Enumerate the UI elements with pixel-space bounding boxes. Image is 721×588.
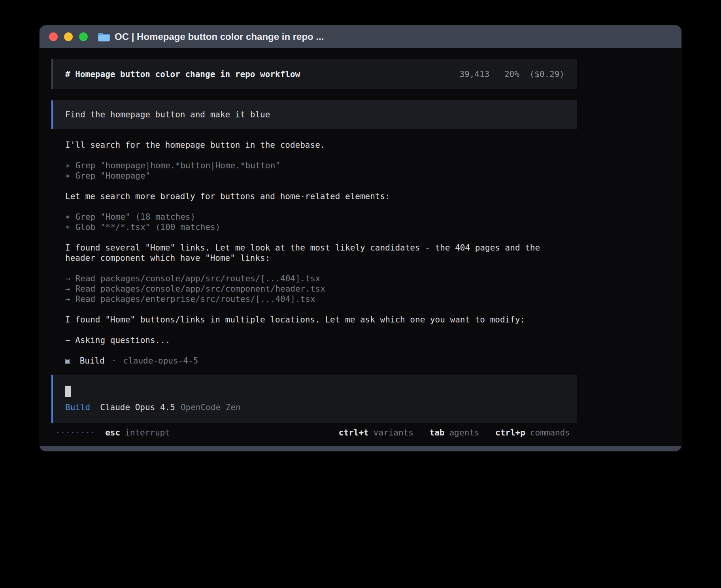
model-name-label: Claude Opus 4.5 <box>100 403 175 412</box>
assistant-paragraph: I found "Home" buttons/links in multiple… <box>51 315 577 325</box>
tool-call-group: →Read packages/console/app/src/routes/[.… <box>51 273 577 304</box>
model-row: BuildClaude Opus 4.5OpenCode Zen <box>65 402 564 413</box>
session-title: # Homepage button color change in repo w… <box>65 69 300 79</box>
zoom-button[interactable] <box>79 32 88 41</box>
prompt-input[interactable]: BuildClaude Opus 4.5OpenCode Zen <box>51 375 577 423</box>
window-titlebar: OC | Homepage button color change in rep… <box>40 25 681 48</box>
esc-key-hint: esc <box>105 428 120 437</box>
glob-tool-icon: ∗ <box>65 222 70 232</box>
esc-key-label: interrupt <box>125 428 170 437</box>
assistant-paragraph: Let me search more broadly for buttons a… <box>51 191 577 202</box>
spinner-dots-icon: ········ <box>55 428 95 437</box>
tool-call-line: ∗Grep "Homepage" <box>65 171 563 181</box>
tool-call-group: ∗Grep "homepage|home.*button|Home.*butto… <box>51 160 577 181</box>
user-message: Find the homepage button and make it blu… <box>51 100 577 129</box>
agent-model: claude-opus-4-5 <box>123 356 198 366</box>
tool-call-line: →Read packages/console/app/src/routes/[.… <box>65 273 563 284</box>
status-bar-right: ctrl+tvariants tabagents ctrl+pcommands <box>339 428 570 438</box>
assistant-paragraph: I found several "Home" links. Let me loo… <box>51 243 577 263</box>
agent-mode-label: Build <box>65 403 90 412</box>
tool-call-line: ∗Glob "**/*.tsx" (100 matches) <box>65 222 563 232</box>
grep-tool-icon: ∗ <box>65 160 70 171</box>
shortcut-agents: tabagents <box>430 428 479 438</box>
context-percentage: 20% <box>504 70 519 79</box>
arrow-icon: → <box>65 294 70 304</box>
tool-call-text: Grep "Homepage" <box>75 171 151 181</box>
session-cost: ($0.29) <box>529 70 564 79</box>
agent-name: Build <box>80 356 105 366</box>
status-bar-left: ········escinterrupt <box>55 428 170 438</box>
assistant-paragraph: I'll search for the homepage button in t… <box>51 140 577 150</box>
tool-call-line: ∗Grep "Home" (18 matches) <box>65 212 563 222</box>
close-button[interactable] <box>49 32 58 41</box>
tool-call-line: ∗Grep "homepage|home.*button|Home.*butto… <box>65 160 563 171</box>
shortcut-label: agents <box>449 428 479 437</box>
shortcut-commands: ctrl+pcommands <box>495 428 570 438</box>
text-cursor <box>65 386 71 397</box>
minimize-button[interactable] <box>64 32 73 41</box>
shortcut-label: variants <box>374 428 413 437</box>
grep-tool-icon: ∗ <box>65 212 70 222</box>
tui-column: # Homepage button color change in repo w… <box>51 59 577 438</box>
window-title: OC | Homepage button color change in rep… <box>115 31 324 42</box>
shortcut-key: ctrl+t <box>339 428 369 437</box>
shortcut-variants: ctrl+tvariants <box>339 428 413 438</box>
tool-call-group: ∗Grep "Home" (18 matches) ∗Glob "**/*.ts… <box>51 212 577 232</box>
tool-call-text: Grep "homepage|home.*button|Home.*button… <box>75 161 280 170</box>
status-bar: ········escinterrupt ctrl+tvariants taba… <box>51 428 577 438</box>
token-count: 39,413 <box>459 70 489 79</box>
shortcut-key: tab <box>430 428 445 437</box>
user-message-text: Find the homepage button and make it blu… <box>65 110 270 119</box>
tool-call-text: Grep "Home" (18 matches) <box>75 212 195 222</box>
window-controls <box>49 32 88 41</box>
provider-label: OpenCode Zen <box>181 403 241 412</box>
arrow-icon: → <box>65 273 70 284</box>
status-line: ~ Asking questions... <box>51 335 577 345</box>
tool-call-text: Read packages/console/app/src/component/… <box>75 284 325 294</box>
tool-call-text: Glob "**/*.tsx" (100 matches) <box>75 222 221 232</box>
input-line[interactable] <box>65 386 564 397</box>
tool-call-text: Read packages/enterprise/src/routes/[...… <box>75 294 315 304</box>
agent-line: ▣Build·claude-opus-4-5 <box>51 356 577 366</box>
folder-icon <box>98 32 110 41</box>
shortcut-label: commands <box>530 428 570 437</box>
tool-call-text: Read packages/console/app/src/routes/[..… <box>75 274 321 283</box>
session-header: # Homepage button color change in repo w… <box>51 59 577 89</box>
session-stats: 39,413 20% ($0.29) <box>459 69 564 79</box>
terminal-window: OC | Homepage button color change in rep… <box>40 25 681 451</box>
tool-call-line: →Read packages/enterprise/src/routes/[..… <box>65 294 563 304</box>
separator-dot: · <box>111 356 117 366</box>
grep-tool-icon: ∗ <box>65 171 70 181</box>
terminal-content[interactable]: # Homepage button color change in repo w… <box>40 48 681 446</box>
arrow-icon: → <box>65 284 70 294</box>
tool-call-line: →Read packages/console/app/src/component… <box>65 284 563 294</box>
shortcut-key: ctrl+p <box>495 428 525 437</box>
agent-icon: ▣ <box>65 356 70 366</box>
